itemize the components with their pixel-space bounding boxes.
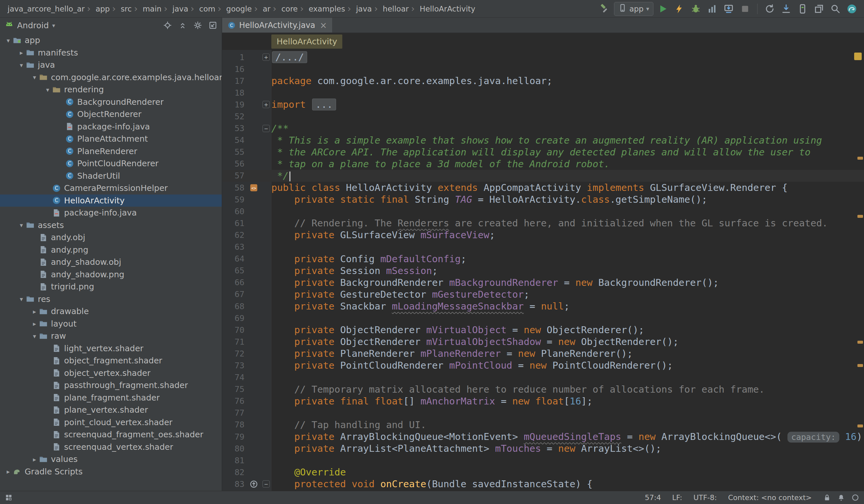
chevron-right-icon[interactable]: ▸	[30, 320, 39, 327]
tree-item-package-info-java[interactable]: package-info.java	[0, 207, 222, 219]
tree-item-app[interactable]: ▾app	[0, 34, 222, 47]
line-number[interactable]: 66	[222, 278, 247, 287]
tree-item-drawable[interactable]: ▸drawable	[0, 305, 222, 318]
chevron-down-icon[interactable]: ▾	[30, 74, 39, 81]
tree-item-andy-shadow-png[interactable]: andy_shadow.png	[0, 268, 222, 281]
stop-icon[interactable]	[738, 2, 752, 16]
gradle-sync-icon[interactable]	[763, 2, 777, 16]
line-number[interactable]: 19	[222, 100, 247, 109]
code-line[interactable]: 78 // Tap handling and UI.	[222, 419, 864, 431]
tree-item-gradle-scripts[interactable]: ▸Gradle Scripts	[0, 466, 222, 478]
breadcrumb-item-java-arcore-hello-ar[interactable]: java_arcore_hello_ar	[3, 4, 86, 13]
chevron-right-icon[interactable]: ▸	[30, 456, 39, 463]
fold-marker[interactable]: −	[261, 480, 271, 488]
chevron-down-icon[interactable]: ▾	[30, 333, 39, 340]
code-line[interactable]: 66 private BackgroundRenderer mBackgroun…	[222, 277, 864, 288]
line-number[interactable]: 71	[222, 337, 247, 347]
highlighting-level-icon[interactable]	[851, 493, 860, 502]
tree-item-andy-obj[interactable]: andy.obj	[0, 231, 222, 244]
line-number[interactable]: 78	[222, 420, 247, 429]
file-encoding-indicator[interactable]: UTF-8:	[694, 493, 717, 502]
line-number[interactable]: 54	[222, 135, 247, 145]
tree-item-java[interactable]: ▾java	[0, 59, 222, 71]
code-editor[interactable]: 1+/.../1617package com.google.ar.core.ex…	[222, 50, 864, 491]
tree-item-manifests[interactable]: ▸manifests	[0, 47, 222, 59]
gradle-elephant-icon[interactable]	[845, 2, 859, 16]
code-line[interactable]: 57 */	[222, 170, 864, 182]
tree-item-objectrenderer[interactable]: CObjectRenderer	[0, 108, 222, 121]
locate-icon[interactable]	[163, 21, 172, 29]
run-configuration-selector[interactable]: app▾	[614, 2, 653, 16]
breadcrumb-item-google[interactable]: google	[222, 4, 254, 13]
code-line[interactable]: 77	[222, 407, 864, 419]
code-line[interactable]: 16	[222, 63, 864, 75]
breadcrumb-item-helloaractivity[interactable]: CHelloArActivity	[415, 4, 477, 13]
line-number[interactable]: 60	[222, 207, 247, 216]
code-line[interactable]: 53−/**	[222, 122, 864, 134]
chevron-down-icon[interactable]: ▾	[17, 295, 26, 303]
code-line[interactable]: 74	[222, 372, 864, 383]
line-number[interactable]: 64	[222, 254, 247, 264]
line-number[interactable]: 81	[222, 456, 247, 465]
apply-changes-icon[interactable]	[672, 2, 686, 16]
line-number[interactable]: 79	[222, 432, 247, 442]
breadcrumb-item-core[interactable]: core	[277, 4, 299, 13]
chevron-down-icon[interactable]: ▾	[17, 61, 26, 69]
code-line[interactable]: 59 private static final String TAG = Hel…	[222, 193, 864, 205]
tree-item-trigrid-png[interactable]: trigrid.png	[0, 280, 222, 293]
code-line[interactable]: 58<>public class HelloArActivity extends…	[222, 182, 864, 193]
line-number[interactable]: 17	[222, 76, 247, 86]
code-line[interactable]: 80 private ArrayList<PlaneAttachment> mT…	[222, 443, 864, 454]
notifications-bell-icon[interactable]	[837, 493, 845, 502]
line-number[interactable]: 53	[222, 123, 247, 133]
line-number[interactable]: 62	[222, 230, 247, 240]
tree-item-values[interactable]: ▸values	[0, 453, 222, 466]
search-everywhere-icon[interactable]	[829, 2, 842, 16]
readonly-lock-icon[interactable]	[823, 493, 831, 502]
tree-item-planeattachment[interactable]: CPlaneAttachment	[0, 133, 222, 145]
tree-item-shaderutil[interactable]: CShaderUtil	[0, 170, 222, 182]
tree-item-helloaractivity[interactable]: CHelloArActivity	[0, 194, 222, 207]
line-number[interactable]: 1	[222, 52, 247, 62]
build-hammer-icon[interactable]	[598, 2, 611, 16]
breadcrumb-item-ar[interactable]: ar	[259, 4, 272, 13]
breadcrumb-item-main[interactable]: main	[138, 4, 163, 13]
code-line[interactable]: 63	[222, 241, 864, 253]
tree-item-raw[interactable]: ▾raw	[0, 330, 222, 343]
fold-marker[interactable]: +	[261, 101, 271, 108]
related-gutter-icon[interactable]: <>	[247, 183, 261, 192]
device-file-explorer-icon[interactable]	[812, 2, 826, 16]
tree-item-com-google-ar-core-examples-java-helloar[interactable]: ▾com.google.ar.core.examples.java.helloa…	[0, 71, 222, 84]
breadcrumb-element[interactable]: HelloArActivity	[271, 35, 342, 49]
code-line[interactable]: 19+import ...	[222, 98, 864, 110]
tree-item-object-fragment-shader[interactable]: object_fragment.shader	[0, 355, 222, 367]
line-number[interactable]: 18	[222, 88, 247, 98]
code-line[interactable]: 68 private Snackbar mLoadingMessageSnack…	[222, 300, 864, 312]
tree-item-plane-vertex-shader[interactable]: plane_vertex.shader	[0, 404, 222, 416]
code-line[interactable]: 83− protected void onCreate(Bundle saved…	[222, 478, 864, 490]
override-gutter-icon[interactable]	[247, 480, 261, 489]
breadcrumb-item-app[interactable]: app	[91, 4, 111, 13]
tree-item-assets[interactable]: ▾assets	[0, 219, 222, 232]
code-line[interactable]: 56 * tap on a plane to place a 3d model …	[222, 158, 864, 170]
line-number[interactable]: 63	[222, 242, 247, 252]
code-line[interactable]: 64 private Config mDefaultConfig;	[222, 253, 864, 265]
code-line[interactable]: 55 * the ARCore API. The application wil…	[222, 146, 864, 158]
tree-item-andy-png[interactable]: andy.png	[0, 244, 222, 256]
code-line[interactable]: 18	[222, 87, 864, 98]
code-line[interactable]: 61 // Rendering. The Renderers are creat…	[222, 217, 864, 229]
code-line[interactable]: 67 private GestureDetector mGestureDetec…	[222, 288, 864, 300]
tab-helloaractivity-java[interactable]: C HelloArActivity.java ×	[222, 18, 332, 33]
line-number[interactable]: 72	[222, 349, 247, 358]
hide-panel-icon[interactable]	[208, 21, 217, 29]
chevron-down-icon[interactable]: ▾	[4, 37, 12, 44]
project-view-selector[interactable]: Android	[17, 21, 49, 30]
line-number[interactable]: 67	[222, 289, 247, 299]
tree-item-andy-shadow-obj[interactable]: andy_shadow.obj	[0, 256, 222, 268]
tree-item-backgroundrenderer[interactable]: CBackgroundRenderer	[0, 96, 222, 108]
caret-position[interactable]: 57:4	[645, 493, 661, 502]
chevron-right-icon[interactable]: ▸	[17, 49, 26, 56]
line-number[interactable]: 16	[222, 64, 247, 74]
close-icon[interactable]: ×	[320, 20, 327, 30]
line-number[interactable]: 77	[222, 408, 247, 418]
